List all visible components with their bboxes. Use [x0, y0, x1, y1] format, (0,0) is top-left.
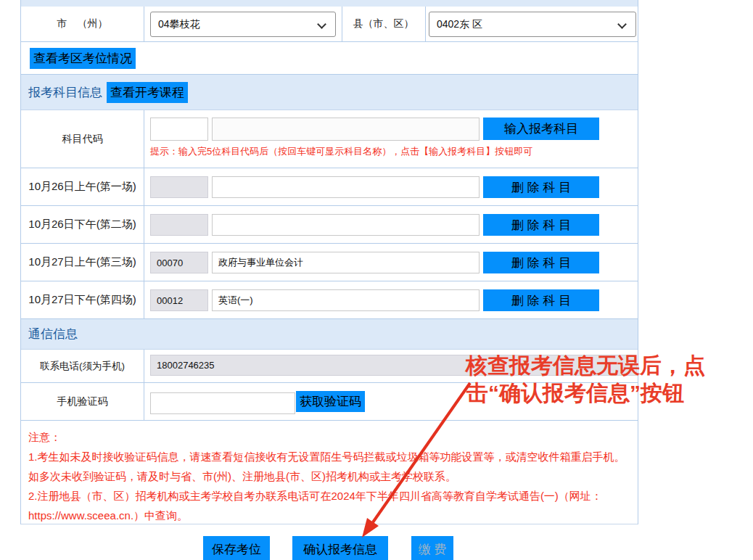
notice-title: 注意： — [28, 427, 629, 447]
session-name-field — [212, 214, 480, 236]
view-seats-link[interactable]: 查看考区考位情况 — [30, 48, 136, 69]
chevron-down-icon — [617, 20, 627, 29]
session-code-field — [150, 252, 208, 273]
delete-subject-button[interactable]: 删 除 科 目 — [483, 289, 599, 311]
delete-subject-button[interactable]: 删 除 科 目 — [483, 252, 599, 273]
view-seats-row: 查看考区考位情况 — [21, 42, 638, 75]
session-code-field — [150, 176, 208, 198]
annotation-text-line2: 击“确认报考信息”按钮 — [466, 379, 684, 408]
notice-line: 1.考生如未及时接收验证码信息，请速查看短信接收有无设置陌生号码拦截或垃圾箱等功… — [28, 447, 629, 486]
session-label: 10月27日上午(第三场) — [21, 244, 144, 281]
county-label: 县（市、区） — [342, 7, 425, 41]
top-section-band-cutoff — [21, 0, 638, 7]
subject-code-row: 科目代码 输入报考科目 提示：输入完5位科目代码后（按回车键可显示科目名称），点… — [21, 110, 638, 168]
session-label: 10月27日下午(第四场) — [21, 281, 144, 318]
session-label: 10月26日上午(第一场) — [21, 168, 144, 205]
session-name-field — [212, 289, 480, 311]
annotation-text-line1: 核查报考信息无误后，点 — [466, 351, 705, 381]
subjects-section-header: 报考科目信息 查看开考课程 — [21, 75, 638, 110]
session-name-field — [212, 176, 480, 198]
sms-code-input[interactable] — [150, 392, 295, 414]
get-sms-code-button[interactable]: 获取验证码 — [296, 391, 365, 412]
save-seat-button[interactable]: 保存考位 — [203, 536, 270, 560]
chevron-down-icon — [317, 20, 326, 29]
city-select[interactable]: 04攀枝花 — [150, 12, 336, 37]
view-courses-link[interactable]: 查看开考课程 — [107, 82, 188, 103]
phone-label: 联系电话(须为手机) — [21, 350, 144, 382]
session-label: 10月26日下午(第二场) — [21, 206, 144, 243]
subject-code-hint: 提示：输入完5位科目代码后（按回车键可显示科目名称），点击【输入报考科目】按钮即… — [150, 145, 532, 158]
sms-code-label: 手机验证码 — [21, 383, 144, 420]
subject-code-input[interactable] — [150, 118, 208, 141]
contact-section-title: 通信信息 — [28, 326, 78, 342]
session-row: 10月26日上午(第一场) 删 除 科 目 — [21, 168, 638, 206]
session-code-field — [150, 289, 208, 311]
subjects-section-title: 报考科目信息 — [28, 84, 102, 101]
session-row: 10月26日下午(第二场) 删 除 科 目 — [21, 206, 638, 244]
delete-subject-button[interactable]: 删 除 科 目 — [483, 214, 599, 236]
subject-name-input[interactable] — [212, 118, 480, 141]
session-row: 10月27日上午(第三场) 删 除 科 目 — [21, 244, 638, 281]
notice-line: 2.注册地县（市、区）招考机构或主考学校自考办联系电话可在2024年下半年四川省… — [28, 486, 629, 525]
city-label: 市 （州） — [21, 7, 144, 41]
session-name-field — [212, 252, 480, 273]
county-select-value: 0402东 区 — [437, 18, 482, 31]
enter-subject-button[interactable]: 输入报考科目 — [483, 118, 599, 140]
session-row: 10月27日下午(第四场) 删 除 科 目 — [21, 281, 638, 319]
city-select-value: 04攀枝花 — [158, 18, 200, 31]
region-row: 市 （州） 04攀枝花 县（市、区） 0402东 区 — [21, 7, 638, 42]
confirm-registration-button[interactable]: 确认报考信息 — [292, 536, 388, 560]
delete-subject-button[interactable]: 删 除 科 目 — [483, 176, 599, 198]
pay-button[interactable]: 缴 费 — [411, 536, 453, 560]
session-code-field — [150, 214, 208, 236]
county-select[interactable]: 0402东 区 — [429, 12, 636, 37]
contact-section-header: 通信信息 — [21, 319, 638, 350]
subject-code-label: 科目代码 — [21, 110, 144, 168]
registration-form-panel: 市 （州） 04攀枝花 县（市、区） 0402东 区 查看考区考位情况 报考科目… — [20, 0, 638, 524]
exam-registration-page: 市 （州） 04攀枝花 县（市、区） 0402东 区 查看考区考位情况 报考科目… — [0, 0, 753, 560]
notice-block: 注意： 1.考生如未及时接收验证码信息，请速查看短信接收有无设置陌生号码拦截或垃… — [21, 421, 638, 524]
